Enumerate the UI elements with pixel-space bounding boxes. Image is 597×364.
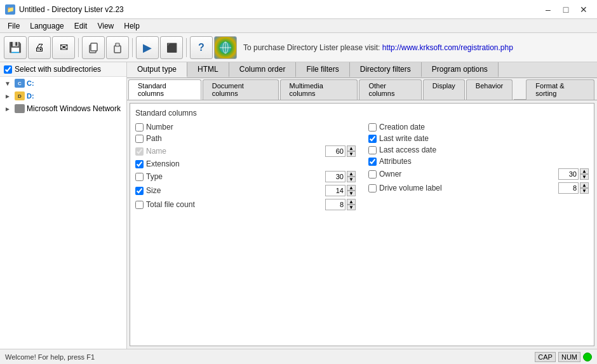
spin-type-up[interactable]: ▲ bbox=[347, 171, 356, 177]
tree-item-c[interactable]: ▼ C C: bbox=[0, 77, 126, 90]
label-last-write-date: Last write date bbox=[379, 134, 429, 143]
print-button[interactable]: 🖨 bbox=[28, 36, 51, 59]
toolbar-link[interactable]: http://www.krksoft.com/registration.php bbox=[382, 43, 513, 52]
copy-button[interactable] bbox=[82, 36, 105, 59]
check-owner[interactable] bbox=[368, 170, 377, 179]
tab-display[interactable]: Display bbox=[423, 79, 465, 100]
left-columns: Number Path Name ▲ bbox=[135, 121, 356, 212]
toolbar-separator-3 bbox=[186, 38, 187, 57]
tab-directory-filters[interactable]: Directory filters bbox=[350, 62, 422, 78]
tree-item-network[interactable]: ► Microsoft Windows Network bbox=[0, 102, 126, 115]
spin-name-up[interactable]: ▲ bbox=[347, 145, 356, 151]
row-extension: Extension bbox=[135, 158, 356, 170]
check-creation-date[interactable] bbox=[368, 123, 377, 131]
tab-standard-columns[interactable]: Standard columns bbox=[128, 79, 201, 100]
tab-other-columns[interactable]: Other columns bbox=[359, 79, 421, 100]
check-path[interactable] bbox=[135, 135, 144, 143]
spin-owner-up[interactable]: ▲ bbox=[580, 168, 589, 174]
spin-drive-volume-up[interactable]: ▲ bbox=[580, 182, 589, 188]
spin-type-down[interactable]: ▼ bbox=[347, 177, 356, 182]
check-number[interactable] bbox=[135, 123, 144, 131]
row-last-access-date: Last access date bbox=[368, 144, 589, 156]
label-type: Type bbox=[146, 172, 163, 181]
spin-drive-volume-down[interactable]: ▼ bbox=[580, 188, 589, 194]
app-icon: 📁 bbox=[5, 4, 15, 15]
row-total-file-count: Total file count ▲ ▼ bbox=[135, 198, 356, 212]
spinner-drive-volume-input[interactable] bbox=[558, 182, 579, 194]
maximize-button[interactable]: □ bbox=[558, 3, 574, 16]
tab-behavior[interactable]: Behavior bbox=[466, 79, 513, 100]
row-type: Type ▲ ▼ bbox=[135, 170, 356, 184]
tab-bar-top: Output type HTML Column order File filte… bbox=[127, 62, 597, 78]
save-button[interactable]: 💾 bbox=[4, 36, 27, 59]
label-number: Number bbox=[146, 123, 173, 131]
tab-document-columns[interactable]: Document columns bbox=[203, 79, 279, 100]
tab-format-sorting[interactable]: Format & sorting bbox=[526, 79, 594, 100]
check-attributes[interactable] bbox=[368, 158, 377, 166]
toolbar-separator-2 bbox=[132, 38, 133, 57]
row-path: Path bbox=[135, 133, 356, 144]
tree-item-d[interactable]: ► D D: bbox=[0, 90, 126, 102]
spinner-type-input[interactable] bbox=[325, 171, 345, 182]
network-label: Microsoft Windows Network bbox=[27, 104, 121, 113]
paste-button[interactable] bbox=[106, 36, 129, 59]
svg-rect-3 bbox=[116, 43, 119, 46]
spinner-total-input[interactable] bbox=[325, 199, 345, 210]
row-last-write-date: Last write date bbox=[368, 133, 589, 144]
minimize-button[interactable]: – bbox=[540, 3, 556, 16]
row-creation-date: Creation date bbox=[368, 121, 589, 133]
close-button[interactable]: ✕ bbox=[575, 3, 592, 16]
expand-icon-c: ▼ bbox=[3, 78, 13, 88]
menu-bar: File Language Edit View Help bbox=[0, 19, 597, 33]
menu-edit[interactable]: Edit bbox=[69, 20, 93, 32]
spin-total-down[interactable]: ▼ bbox=[347, 205, 356, 210]
right-columns: Creation date Last write date Last acces… bbox=[368, 121, 589, 212]
menu-view[interactable]: View bbox=[92, 20, 119, 32]
stop-button[interactable]: ⬛ bbox=[160, 36, 183, 59]
tab-multimedia-columns[interactable]: Multimedia columns bbox=[280, 79, 358, 100]
tab-html[interactable]: HTML bbox=[187, 62, 229, 78]
spin-total-up[interactable]: ▲ bbox=[347, 199, 356, 205]
tab-file-filters[interactable]: File filters bbox=[296, 62, 349, 78]
svg-rect-1 bbox=[91, 43, 97, 51]
web-button[interactable] bbox=[214, 36, 237, 59]
spinner-owner-btns: ▲ ▼ bbox=[580, 168, 589, 180]
check-last-access-date[interactable] bbox=[368, 146, 377, 154]
check-drive-volume-label[interactable] bbox=[368, 184, 377, 192]
toolbar-info: To purchase Directory Lister please visi… bbox=[238, 43, 593, 52]
spin-size-down[interactable]: ▼ bbox=[347, 191, 356, 196]
label-last-access-date: Last access date bbox=[379, 145, 436, 154]
toolbar: 💾 🖨 ✉ ▶ ⬛ ? To purchase Directory Lister… bbox=[0, 33, 597, 62]
menu-file[interactable]: File bbox=[3, 20, 25, 32]
expand-icon-network: ► bbox=[3, 104, 13, 114]
toolbar-info-text: To purchase Directory Lister please visi… bbox=[243, 43, 380, 52]
email-button[interactable]: ✉ bbox=[52, 36, 75, 59]
check-type[interactable] bbox=[135, 173, 144, 181]
menu-language[interactable]: Language bbox=[25, 20, 69, 32]
spin-name-down[interactable]: ▼ bbox=[347, 151, 356, 157]
spinner-owner-input[interactable] bbox=[558, 168, 579, 180]
spinner-owner: ▲ ▼ bbox=[558, 168, 589, 180]
check-last-write-date[interactable] bbox=[368, 135, 377, 143]
tab-program-options[interactable]: Program options bbox=[422, 62, 499, 78]
content-area: Output type HTML Column order File filte… bbox=[127, 62, 597, 349]
check-total-file-count[interactable] bbox=[135, 201, 144, 209]
check-extension[interactable] bbox=[135, 160, 144, 168]
window-title: Untitled - Directory Lister v2.23 bbox=[19, 5, 124, 14]
spinner-name-input[interactable] bbox=[325, 145, 345, 157]
menu-help[interactable]: Help bbox=[119, 20, 145, 32]
check-name[interactable] bbox=[135, 147, 144, 156]
label-creation-date: Creation date bbox=[379, 123, 425, 131]
spin-owner-down[interactable]: ▼ bbox=[580, 174, 589, 180]
tab-output-type[interactable]: Output type bbox=[127, 62, 187, 78]
spinner-name: ▲ ▼ bbox=[325, 145, 356, 157]
spinner-size-input[interactable] bbox=[325, 185, 345, 196]
toolbar-separator-1 bbox=[78, 38, 79, 57]
check-size[interactable] bbox=[135, 187, 144, 195]
select-subdirs-checkbox[interactable] bbox=[4, 65, 12, 74]
play-button[interactable]: ▶ bbox=[136, 36, 159, 59]
help-button[interactable]: ? bbox=[190, 36, 213, 59]
spin-size-up[interactable]: ▲ bbox=[347, 185, 356, 191]
title-bar: 📁 Untitled - Directory Lister v2.23 – □ … bbox=[0, 0, 597, 19]
tab-column-order[interactable]: Column order bbox=[229, 62, 297, 78]
